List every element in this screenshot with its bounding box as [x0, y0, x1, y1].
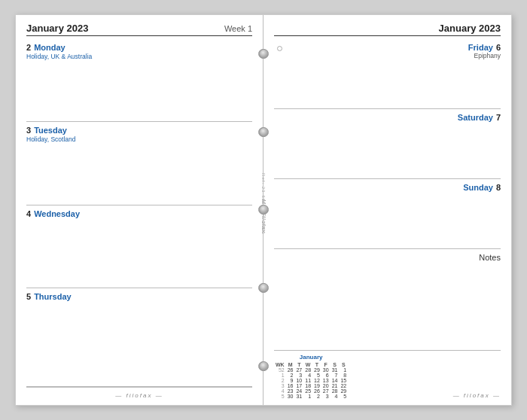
mini-cal-cell: 18 [303, 383, 312, 388]
mini-cal-cell: 21 [331, 383, 340, 388]
mini-cal-cell: 10 [294, 378, 303, 383]
day-block-wednesday: 4 Wednesday [26, 205, 252, 288]
mini-cal-th-s2: S [339, 362, 348, 367]
mini-cal-cell: 2 [274, 378, 286, 383]
friday-header: Friday 6 [274, 43, 501, 52]
right-page: January 2023 Friday 6 Epiphany Saturday … [264, 15, 511, 405]
ring-r3 [259, 205, 269, 215]
sunday-header: Sunday 8 [274, 183, 501, 192]
mini-cal-cell: 4 [303, 373, 312, 378]
mini-cal-cell: 11 [303, 378, 312, 383]
day-block-sunday: Sunday 8 [274, 179, 501, 249]
mini-cal-cell: 30 [286, 394, 295, 399]
day-number-3: 3 [26, 126, 31, 135]
mini-cal-cell: 4 [274, 388, 286, 394]
day-name-thursday: Thursday [34, 292, 72, 301]
left-title: January 2023 [26, 23, 88, 34]
mini-cal-cell: 26 [286, 367, 295, 373]
mini-cal-cell: 27 [294, 367, 303, 373]
day-number-6: 6 [496, 43, 501, 52]
mini-cal-th-s1: S [331, 362, 340, 367]
mini-cal-cell: 22 [339, 383, 348, 388]
day-name-wednesday: Wednesday [34, 209, 80, 218]
mini-cal-cell: 5 [274, 394, 286, 399]
left-header: January 2023 Week 1 [26, 23, 252, 36]
mini-cal-cell: 17 [294, 383, 303, 388]
mini-cal-th-t2: T [312, 362, 321, 367]
day-note-tuesday: Holiday, Scotland [26, 135, 252, 143]
mini-cal-cell: 31 [294, 394, 303, 399]
day-block-tuesday: 3 Tuesday Holiday, Scotland [26, 122, 252, 205]
mini-cal-row: 423242526272829 [274, 388, 348, 394]
mini-cal-row: 29101112131415 [274, 378, 348, 383]
ring-r2 [259, 127, 269, 137]
mini-cal-cell: 26 [312, 388, 321, 394]
day-block-saturday: Saturday 7 [274, 109, 501, 179]
mini-cal-row: 522627282930311 [274, 367, 348, 373]
right-header: January 2023 [274, 23, 501, 36]
ring-r1 [259, 49, 269, 59]
mini-cal-th-w: W [303, 362, 312, 367]
mini-cal-cell: 27 [321, 388, 331, 394]
notes-label: Notes [274, 253, 501, 262]
mini-cal-cell: 24 [294, 388, 303, 394]
mini-cal-cell: 3 [274, 383, 286, 388]
day-name-saturday: Saturday [458, 113, 493, 122]
mini-cal-row: 12345678 [274, 373, 348, 378]
mini-cal-cell: 30 [321, 367, 331, 373]
day-number-4: 4 [26, 209, 31, 218]
day-name-sunday: Sunday [463, 183, 493, 192]
mini-cal-cell: 3 [321, 394, 331, 399]
mini-cal-cell: 1 [274, 373, 286, 378]
mini-cal-cell: 25 [303, 388, 312, 394]
mini-cal-cell: 19 [312, 383, 321, 388]
mini-cal-th-f: F [321, 362, 331, 367]
day-note-monday: Holiday, UK & Australia [26, 53, 252, 60]
mini-calendar: January WK M T W T F S S [274, 354, 348, 399]
ring-r5 [259, 361, 269, 371]
mini-cal-cell: 4 [331, 394, 340, 399]
mini-cal-th-t1: T [294, 362, 303, 367]
mini-cal-cell: 9 [286, 378, 295, 383]
day-number-7: 7 [496, 113, 501, 122]
mini-cal-th-wk: WK [274, 362, 286, 367]
mini-cal-cell: 12 [312, 378, 321, 383]
day-block-thursday: 5 Thursday [26, 288, 252, 387]
day-note-friday: Epiphany [274, 52, 501, 59]
mini-cal-cell: 2 [286, 373, 295, 378]
mini-cal-cell: 13 [321, 378, 331, 383]
mini-cal-cell: 1 [339, 367, 348, 373]
day-number-2: 2 [26, 43, 31, 52]
right-footer-logo: — filofax — [453, 391, 501, 399]
mini-cal-cell: 15 [339, 378, 348, 383]
mini-cal-cell: 52 [274, 367, 286, 373]
notes-block: Notes [274, 249, 501, 350]
day-name-tuesday: Tuesday [34, 126, 67, 135]
right-footer: January WK M T W T F S S [274, 350, 501, 399]
day-block-monday: 2 Monday Holiday, UK & Australia [26, 39, 252, 122]
mini-cal-cell: 16 [286, 383, 295, 388]
ring-r4 [259, 283, 269, 293]
mini-cal-cell: 29 [339, 388, 348, 394]
day-number-8: 8 [496, 183, 501, 192]
mini-cal-cell: 14 [331, 378, 340, 383]
right-title: January 2023 [439, 23, 501, 34]
mini-cal-cell: 5 [312, 373, 321, 378]
mini-cal-body: 5226272829303111234567829101112131415316… [274, 367, 348, 399]
mini-cal-cell: 8 [339, 373, 348, 378]
mini-cal-cell: 2 [312, 394, 321, 399]
mini-cal-cell: 7 [331, 373, 340, 378]
mini-cal-th-m: M [286, 362, 295, 367]
mini-cal-row: 5303112345 [274, 394, 348, 399]
mini-cal-header-row: WK M T W T F S S [274, 362, 348, 367]
day-number-5: 5 [26, 292, 31, 301]
planner: January 2023 Week 1 2 Monday Holiday, UK… [15, 14, 512, 406]
mini-cal-cell: 28 [331, 388, 340, 394]
mini-cal-row: 316171819202122 [274, 383, 348, 388]
left-page: January 2023 Week 1 2 Monday Holiday, UK… [16, 15, 264, 405]
mini-cal-cell: 28 [303, 367, 312, 373]
day-block-friday: Friday 6 Epiphany [274, 39, 501, 109]
left-footer-brand: — filofax — [115, 392, 163, 399]
mini-cal-cell: 1 [303, 394, 312, 399]
week-label: Week 1 [224, 24, 252, 33]
